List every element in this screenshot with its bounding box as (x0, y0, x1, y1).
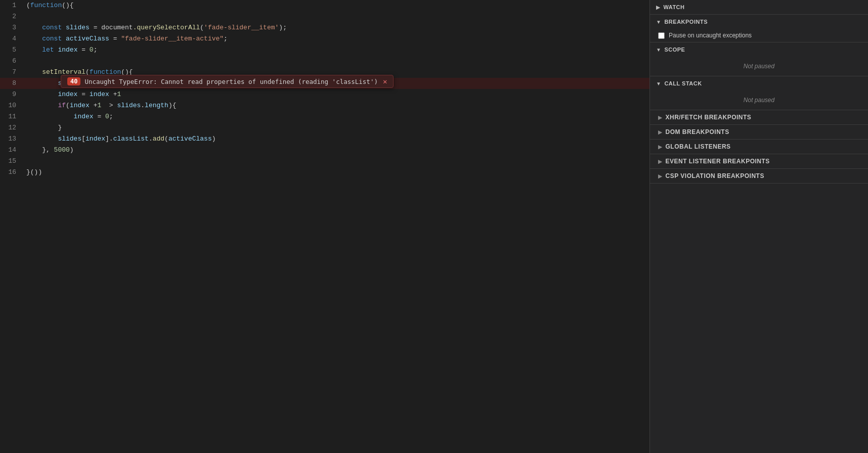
event-section: ▶ Event Listener Breakpoints (650, 154, 868, 169)
global-expand-icon: ▶ (658, 144, 663, 150)
callstack-not-paused: Not paused (650, 90, 868, 110)
code-line: 15 (0, 156, 649, 167)
line-content: (function(){ (24, 0, 649, 11)
error-tooltip: 40 Uncaught TypeError: Cannot read prope… (61, 75, 394, 88)
line-content (24, 156, 649, 167)
line-number: 13 (0, 133, 24, 145)
code-area: 1(function(){2 3 const slides = document… (0, 0, 649, 178)
xhr-expand-icon: ▶ (658, 115, 663, 120)
line-content: }, 5000) (24, 145, 649, 156)
breakpoints-header[interactable]: ▼ Breakpoints (650, 15, 868, 29)
line-content (24, 11, 649, 22)
breakpoints-label: Breakpoints (664, 19, 708, 25)
line-number: 9 (0, 89, 24, 100)
code-line: 14 }, 5000) (0, 145, 649, 156)
scope-label: Scope (664, 47, 685, 53)
pause-uncaught-row: Pause on uncaught exceptions (650, 29, 868, 42)
global-label: Global Listeners (666, 143, 731, 150)
debugger-sidebar: ▶ Watch ▼ Breakpoints Pause on uncaught … (649, 0, 868, 453)
line-number: 4 (0, 33, 24, 44)
line-number: 5 (0, 44, 24, 56)
line-number: 14 (0, 145, 24, 156)
code-line: 16}()) (0, 167, 649, 178)
dom-header[interactable]: ▶ DOM Breakpoints (650, 125, 868, 139)
csp-expand-icon: ▶ (658, 173, 663, 179)
line-number: 15 (0, 156, 24, 167)
line-number: 12 (0, 122, 24, 133)
line-number: 2 (0, 11, 24, 22)
line-content: index = 0; (24, 111, 649, 122)
line-content (24, 56, 649, 67)
code-line: 1(function(){ (0, 0, 649, 11)
line-number: 7 (0, 67, 24, 78)
event-label: Event Listener Breakpoints (666, 158, 770, 165)
xhr-label: XHR/fetch Breakpoints (666, 114, 752, 121)
line-number: 6 (0, 56, 24, 67)
csp-section: ▶ CSP Violation Breakpoints (650, 169, 868, 184)
watch-expand-icon: ▶ (656, 5, 661, 10)
event-expand-icon: ▶ (658, 159, 663, 164)
scope-header[interactable]: ▼ Scope (650, 42, 868, 57)
watch-label: Watch (664, 4, 685, 10)
pause-uncaught-checkbox[interactable] (658, 32, 665, 39)
code-line: 11 index = 0; (0, 111, 649, 122)
line-content: }()) (24, 167, 649, 178)
code-line: 12 } (0, 122, 649, 133)
dom-label: DOM Breakpoints (666, 128, 729, 135)
global-header[interactable]: ▶ Global Listeners (650, 140, 868, 154)
line-content: if(index +1 > slides.length){ (24, 100, 649, 111)
callstack-header[interactable]: ▼ Call Stack (650, 76, 868, 90)
line-number: 10 (0, 100, 24, 111)
error-message: Uncaught TypeError: Cannot read properti… (84, 78, 377, 85)
dom-expand-icon: ▶ (658, 129, 663, 135)
error-close-icon[interactable]: ✕ (383, 77, 387, 85)
scope-expand-icon: ▼ (656, 47, 661, 53)
line-number: 1 (0, 0, 24, 11)
line-content: } (24, 122, 649, 133)
callstack-expand-icon: ▼ (656, 81, 661, 86)
xhr-header[interactable]: ▶ XHR/fetch Breakpoints (650, 110, 868, 124)
event-header[interactable]: ▶ Event Listener Breakpoints (650, 154, 868, 168)
watch-section: ▶ Watch (650, 0, 868, 15)
code-line: 10 if(index +1 > slides.length){ (0, 100, 649, 111)
code-line: 13 slides[index].classList.add(activeCla… (0, 133, 649, 145)
global-section: ▶ Global Listeners (650, 140, 868, 154)
line-number: 11 (0, 111, 24, 122)
breakpoints-section: ▼ Breakpoints Pause on uncaught exceptio… (650, 15, 868, 42)
line-content: index = index +1 (24, 89, 649, 100)
line-number: 8 (0, 78, 24, 89)
breakpoints-expand-icon: ▼ (656, 19, 661, 25)
code-line: 5 let index = 0; (0, 44, 649, 56)
watch-header[interactable]: ▶ Watch (650, 0, 868, 14)
csp-header[interactable]: ▶ CSP Violation Breakpoints (650, 169, 868, 183)
line-content: const activeClass = "fade-slider__item-a… (24, 33, 649, 44)
scope-not-paused: Not paused (650, 57, 868, 76)
code-line: 9 index = index +1 (0, 89, 649, 100)
line-content: let index = 0; (24, 44, 649, 56)
dom-section: ▶ DOM Breakpoints (650, 125, 868, 140)
code-line: 3 const slides = document.querySelectorA… (0, 22, 649, 33)
callstack-label: Call Stack (664, 80, 702, 86)
csp-label: CSP Violation Breakpoints (666, 172, 764, 179)
callstack-section: ▼ Call Stack Not paused (650, 76, 868, 110)
line-number: 16 (0, 167, 24, 178)
code-line: 4 const activeClass = "fade-slider__item… (0, 33, 649, 44)
error-line-number: 40 (67, 77, 80, 85)
xhr-section: ▶ XHR/fetch Breakpoints (650, 110, 868, 125)
scope-section: ▼ Scope Not paused (650, 42, 868, 76)
pause-uncaught-label: Pause on uncaught exceptions (669, 32, 752, 39)
code-panel: 1(function(){2 3 const slides = document… (0, 0, 649, 453)
code-line: 2 (0, 11, 649, 22)
line-content: const slides = document.querySelectorAll… (24, 22, 649, 33)
line-number: 3 (0, 22, 24, 33)
line-content: slides[index].classList.add(activeClass) (24, 133, 649, 145)
code-line: 6 (0, 56, 649, 67)
